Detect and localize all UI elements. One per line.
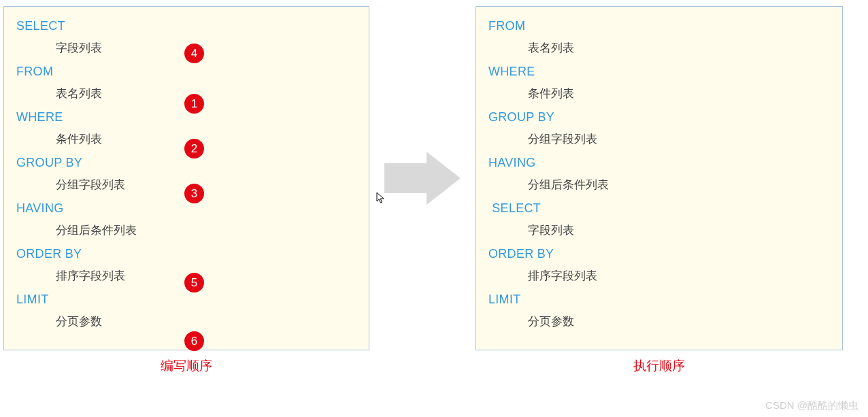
keyword-limit: LIMIT [16, 288, 356, 310]
badge-3: 3 [184, 184, 204, 203]
r-keyword-orderby: ORDER BY [488, 243, 830, 265]
r-desc-orderby: 排序字段列表 [488, 265, 830, 288]
badge-2: 2 [184, 139, 204, 159]
r-desc-select: 字段列表 [488, 219, 830, 242]
r-desc-limit: 分页参数 [488, 310, 830, 333]
r-keyword-limit: LIMIT [488, 288, 830, 310]
keyword-select: SELECT [16, 15, 356, 37]
r-desc-where: 条件列表 [488, 82, 830, 105]
write-order-box: SELECT 字段列表 FROM 表名列表 WHERE 条件列表 GROUP B… [3, 6, 369, 350]
badge-4: 4 [184, 44, 204, 63]
r-keyword-select: SELECT [488, 197, 830, 219]
badge-1: 1 [184, 94, 204, 114]
r-keyword-groupby: GROUP BY [488, 106, 830, 128]
watermark-text: CSDN @酷酷的懒虫 [765, 399, 858, 412]
keyword-orderby: ORDER BY [16, 243, 356, 265]
keyword-from: FROM [16, 61, 356, 82]
arrow-icon [384, 6, 461, 350]
exec-order-column: FROM 表名列表 WHERE 条件列表 GROUP BY 分组字段列表 HAV… [475, 6, 843, 375]
r-keyword-having: HAVING [488, 152, 830, 173]
exec-order-box: FROM 表名列表 WHERE 条件列表 GROUP BY 分组字段列表 HAV… [475, 6, 843, 350]
r-desc-having: 分组后条件列表 [488, 173, 830, 197]
svg-marker-0 [384, 152, 461, 205]
badge-5: 5 [184, 273, 204, 293]
write-order-column: SELECT 字段列表 FROM 表名列表 WHERE 条件列表 GROUP B… [3, 6, 369, 375]
r-desc-groupby: 分组字段列表 [488, 128, 830, 151]
r-desc-from: 表名列表 [488, 37, 830, 60]
desc-limit: 分页参数 [16, 310, 356, 333]
exec-order-caption: 执行顺序 [475, 357, 843, 375]
r-keyword-from: FROM [488, 15, 830, 37]
desc-having: 分组后条件列表 [16, 219, 356, 242]
badge-6: 6 [184, 331, 204, 351]
write-order-caption: 编写顺序 [3, 357, 369, 375]
r-keyword-where: WHERE [488, 61, 830, 82]
keyword-having: HAVING [16, 197, 356, 219]
